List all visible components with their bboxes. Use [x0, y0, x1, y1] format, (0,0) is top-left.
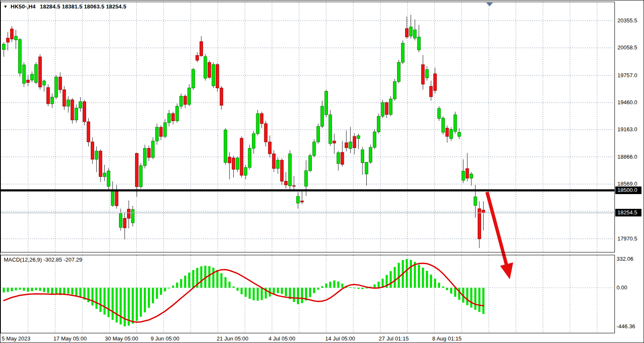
- macd-bar: [111, 288, 114, 320]
- macd-bar: [136, 288, 138, 321]
- macd-bar: [482, 288, 484, 314]
- candle: [208, 60, 211, 78]
- candle: [228, 152, 231, 179]
- candle-body: [409, 27, 412, 36]
- price-tick-label: 18569.0: [617, 181, 637, 187]
- candle: [482, 201, 485, 230]
- candle-body: [139, 166, 142, 187]
- candle: [462, 159, 465, 183]
- candle: [406, 16, 409, 38]
- candle: [433, 68, 436, 94]
- macd-bar: [373, 284, 376, 288]
- macd-bar: [478, 288, 480, 312]
- candle: [264, 121, 267, 146]
- candle-body: [103, 173, 106, 177]
- candle-body: [365, 162, 368, 174]
- candle-body: [115, 191, 118, 206]
- candle-body: [321, 106, 324, 127]
- chart-canvas[interactable]: [0, 0, 644, 343]
- candle: [35, 62, 38, 84]
- candle-body: [220, 88, 223, 105]
- candle-body: [401, 43, 404, 62]
- candle-body: [71, 100, 74, 120]
- candle-body: [289, 154, 292, 186]
- macd-bar: [43, 288, 45, 292]
- macd-bar: [200, 266, 202, 288]
- candle-body: [462, 171, 465, 181]
- candle: [276, 157, 279, 174]
- candle: [71, 98, 74, 124]
- macd-bar: [277, 288, 279, 293]
- macd-bar: [47, 288, 49, 293]
- candle: [188, 84, 191, 106]
- macd-bar: [333, 281, 336, 288]
- macd-bar: [281, 288, 283, 294]
- macd-bar: [329, 282, 331, 288]
- candle: [184, 95, 187, 108]
- candle: [470, 172, 473, 186]
- chart-title: ▼HK50-,H418284.5 18381.5 18063.5 18254.5: [3, 3, 127, 10]
- candle-body: [385, 103, 388, 114]
- candle-body: [188, 88, 191, 104]
- time-tick-label: 17 May 05:00: [54, 335, 87, 342]
- macd-bar: [245, 288, 247, 297]
- candle-body: [240, 138, 243, 176]
- macd-bar: [426, 271, 428, 288]
- candle-body: [252, 134, 255, 149]
- candle-body: [155, 127, 158, 141]
- candle: [127, 200, 130, 228]
- macd-bar: [321, 286, 323, 288]
- candle: [160, 125, 162, 140]
- candle-body: [200, 42, 203, 56]
- macd-bar: [15, 288, 17, 290]
- candle-body: [438, 108, 441, 119]
- candle: [260, 112, 263, 128]
- candle-body: [406, 29, 409, 37]
- candle-body: [232, 158, 235, 169]
- macd-bar: [398, 263, 400, 288]
- candle-body: [59, 77, 62, 89]
- macd-bar: [51, 288, 53, 294]
- candle: [393, 79, 396, 101]
- candle-body: [119, 213, 122, 227]
- candle-body: [313, 142, 316, 156]
- candle: [450, 127, 453, 141]
- macd-bar: [7, 288, 9, 292]
- macd-bar: [353, 288, 355, 288]
- price-tick-label: 17970.5: [617, 235, 637, 242]
- macd-bar: [116, 288, 118, 322]
- macd-bar: [208, 266, 211, 288]
- candle-body: [204, 57, 207, 78]
- candle: [248, 145, 251, 170]
- time-tick-label: 5 May 2023: [2, 335, 30, 342]
- time-tick-label: 30 May 05:00: [105, 335, 138, 342]
- candle: [401, 41, 404, 64]
- candle: [152, 137, 154, 159]
- support-line-18500[interactable]: [0, 189, 615, 192]
- down-arrow[interactable]: [487, 192, 513, 279]
- candle-body: [260, 113, 263, 124]
- candle: [43, 80, 46, 92]
- candle-body: [308, 156, 311, 171]
- macd-bar: [124, 288, 126, 327]
- macd-bar: [341, 284, 344, 288]
- candle-body: [75, 108, 78, 120]
- candle-body: [27, 80, 30, 83]
- symbol-dropdown-icon[interactable]: ▼: [3, 3, 8, 10]
- candle: [454, 112, 457, 134]
- candle-body: [11, 29, 14, 39]
- price-tick-label: 19460.0: [617, 99, 637, 105]
- macd-bar: [75, 288, 77, 296]
- candle: [417, 25, 420, 52]
- candle: [365, 162, 368, 186]
- candle: [27, 75, 30, 86]
- candle: [441, 116, 444, 135]
- candle: [59, 73, 62, 94]
- candle-body: [441, 118, 444, 132]
- chart-window: ▼HK50-,H418284.5 18381.5 18063.5 18254.5…: [0, 0, 644, 343]
- candle-body: [95, 151, 98, 159]
- candle: [99, 149, 102, 182]
- macd-bar: [394, 267, 396, 288]
- macd-bar: [216, 270, 219, 288]
- last-bar-marker-icon[interactable]: [486, 3, 493, 6]
